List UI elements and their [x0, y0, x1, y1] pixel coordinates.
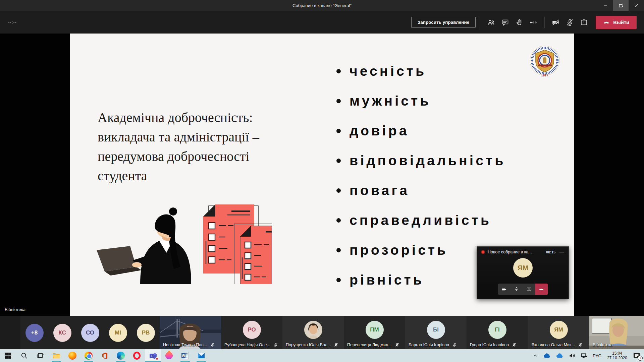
window-title: Собрание в канале "General" — [0, 3, 644, 8]
onedrive-icon[interactable] — [553, 349, 566, 362]
tray-date: 27.10.2020 — [607, 356, 627, 360]
participant-tile[interactable]: РО Рубанцева Надія Оле... — [221, 316, 282, 349]
avatar: РВ — [137, 324, 155, 342]
participant-tile[interactable]: БІ Барган Юлія Ігорівна — [405, 316, 467, 349]
slide-title-line: Академічна доброчесність: — [98, 108, 306, 127]
mini-avatar: ЯМ — [513, 258, 533, 278]
mic-muted-icon — [578, 343, 583, 347]
restore-button[interactable] — [613, 0, 629, 11]
chevron-up-icon[interactable] — [531, 349, 540, 362]
edge-icon[interactable] — [113, 349, 129, 362]
mic-icon[interactable] — [511, 284, 523, 295]
mic-muted-icon — [512, 343, 517, 347]
clock[interactable]: 15:04 27.10.2020 — [604, 351, 630, 360]
mini-meeting-header: Новое собрание в ка... 08:15 — — [477, 247, 569, 256]
notification-badge: 1 — [638, 356, 643, 361]
leave-button[interactable]: Выйти — [596, 16, 637, 29]
participant-tile[interactable]: МІ — [104, 316, 132, 349]
start-button[interactable] — [0, 349, 16, 362]
svg-text:W: W — [182, 354, 185, 358]
action-center-icon[interactable]: 1 — [631, 349, 643, 362]
avatar: СО — [81, 324, 99, 342]
minimize-button[interactable] — [598, 0, 613, 11]
participant-tile[interactable]: РВ — [132, 316, 160, 349]
teams-notification-dot — [155, 357, 159, 360]
mic-off-icon[interactable] — [563, 15, 577, 29]
volume-icon[interactable] — [566, 349, 578, 362]
window-titlebar: Собрание в канале "General" — [0, 0, 644, 11]
bullet-item: довіра — [336, 116, 505, 146]
bullet-dot — [336, 69, 341, 73]
chat-icon[interactable] — [498, 15, 512, 29]
camera-off-icon[interactable] — [549, 15, 563, 29]
raise-hand-icon[interactable] — [512, 15, 526, 29]
participant-video-tile[interactable]: Бібліотека — [589, 316, 644, 349]
toolbar-divider — [480, 17, 480, 28]
participant-tile[interactable]: КС — [48, 316, 76, 349]
avatar: КС — [53, 324, 71, 342]
participant-tile[interactable]: ЯМ Яковлєва Ольга Мик... — [528, 316, 589, 349]
request-control-button[interactable]: Запросить управление — [411, 17, 476, 28]
avatar: ПМ — [366, 321, 384, 339]
mini-meeting-window[interactable]: Новое собрание в ка... 08:15 — ЯМ — [477, 246, 569, 299]
bullet-item: справедливість — [336, 205, 505, 235]
mini-minimize-button[interactable]: — — [558, 249, 565, 254]
firefox-icon[interactable] — [64, 349, 80, 362]
participant-tile[interactable]: Порущенко Юлія Вал... — [282, 316, 344, 349]
mini-meeting-title: Новое собрание в ка... — [488, 250, 543, 254]
participant-tile[interactable]: СО — [76, 316, 104, 349]
window-controls — [598, 0, 644, 11]
meeting-timer: --:-- — [8, 20, 17, 25]
participant-name: Барган Юлія Ігорівна — [409, 343, 449, 347]
mic-muted-icon — [210, 343, 215, 347]
participant-name: Рубанцева Надія Оле... — [224, 343, 270, 347]
university-emblem: 1817 — [528, 45, 562, 79]
language-indicator[interactable]: РУС — [590, 349, 604, 362]
mini-meeting-duration: 08:15 — [546, 250, 555, 254]
participant-tile[interactable]: ПМ Перепелиця Людмил... — [344, 316, 405, 349]
overflow-participants-tile[interactable]: +8 — [20, 316, 48, 349]
office-icon[interactable] — [97, 349, 113, 362]
hangup-icon[interactable] — [535, 284, 548, 295]
svg-text:1817: 1817 — [541, 73, 549, 77]
task-view-icon[interactable] — [32, 349, 48, 362]
avatar: ГІ — [488, 321, 506, 339]
browser-drop-icon[interactable] — [161, 349, 177, 362]
mail-icon[interactable] — [193, 349, 209, 362]
slide-illustration — [91, 200, 272, 284]
taskbar: T W РУС 15:04 27.10.2020 — [0, 349, 644, 362]
avatar-photo — [304, 321, 322, 339]
more-options-icon[interactable] — [526, 15, 540, 29]
bullet-item: мужність — [336, 86, 505, 116]
word-icon[interactable]: W — [177, 349, 193, 362]
mic-muted-icon — [395, 343, 399, 347]
participant-video-tile[interactable]: Новікова Тетяна Пав... — [160, 316, 221, 349]
participants-icon[interactable] — [484, 15, 498, 29]
avatar: РО — [243, 321, 261, 339]
tray-time: 15:04 — [607, 351, 627, 356]
slide-title-line: викладача та адміністрації – — [98, 127, 306, 147]
slide-title-line: передумова доброчесності — [98, 147, 306, 166]
share-stop-icon[interactable] — [523, 284, 535, 295]
camera-icon[interactable] — [498, 284, 511, 295]
network-icon[interactable] — [578, 349, 590, 362]
system-tray: РУС 15:04 27.10.2020 1 — [531, 349, 644, 362]
chrome-icon[interactable] — [80, 349, 97, 362]
participant-tile[interactable]: ГІ Гуцан Юлія Іванівна — [467, 316, 528, 349]
file-explorer-icon[interactable] — [48, 349, 64, 362]
participant-name: Перепелиця Людмил... — [347, 343, 392, 347]
share-screen-icon[interactable] — [577, 15, 591, 29]
search-icon[interactable] — [16, 349, 32, 362]
bullet-dot — [336, 218, 341, 223]
mic-muted-icon — [334, 343, 338, 347]
opera-icon[interactable] — [129, 349, 145, 362]
teams-icon[interactable]: T — [145, 349, 161, 362]
mic-muted-icon — [273, 343, 278, 347]
slide-title-line: студента — [98, 166, 306, 186]
bullet-dot — [336, 159, 341, 163]
close-button[interactable] — [629, 0, 644, 11]
onedrive-icon[interactable] — [541, 349, 553, 362]
participant-name: Новікова Тетяна Пав... — [163, 343, 207, 347]
recording-icon — [481, 250, 485, 254]
overflow-count-badge: +8 — [25, 324, 44, 342]
